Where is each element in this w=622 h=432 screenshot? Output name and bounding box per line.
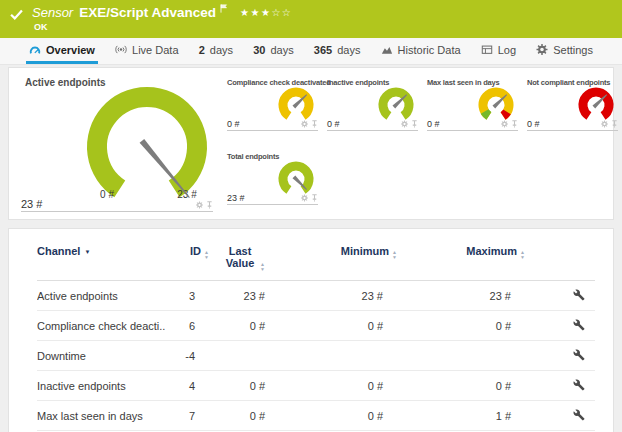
- gauge-tile-primary: Active endpoints 0 # 23 # 23 #: [17, 72, 215, 215]
- tab-2-days[interactable]: 2days: [196, 38, 236, 64]
- ok-check-icon: [10, 8, 23, 21]
- cell-last-value: 23 #: [209, 281, 279, 311]
- cell-channel-settings: [525, 311, 595, 341]
- pin-icon[interactable]: [311, 120, 318, 128]
- sensor-title: EXE/Script Advanced: [79, 5, 216, 20]
- sort-arrows-icon: ▲▼: [204, 250, 209, 259]
- table-header-row: Channel▼ ID▲▼ Last Value▲▼ Minimum▲▼ Max…: [37, 241, 595, 281]
- tab-settings[interactable]: Settings: [533, 38, 596, 64]
- tab-label: Overview: [46, 44, 95, 56]
- priority-stars[interactable]: ★★★☆☆: [240, 5, 292, 20]
- gear-icon[interactable]: [196, 201, 203, 209]
- gauge-tile-compliance-check-deactivated: Compliance check deactivated 0 #: [227, 74, 318, 140]
- gauge-value: 0 #: [227, 119, 240, 129]
- cell-minimum: 23 #: [279, 281, 397, 311]
- wrench-icon[interactable]: [573, 319, 585, 331]
- gear-icon[interactable]: [601, 120, 608, 128]
- tab-number: 365: [314, 44, 332, 56]
- tab-overview[interactable]: Overview: [26, 38, 98, 64]
- gauge-value: 0 #: [327, 119, 340, 129]
- cell-id: -4: [165, 341, 209, 371]
- gauge-value: 0 #: [427, 119, 440, 129]
- column-header-channel[interactable]: Channel▼: [37, 241, 165, 281]
- table-row: Inactive endpoints 4 0 # 0 # 0 #: [37, 371, 595, 401]
- tab-label: Historic Data: [398, 44, 461, 56]
- cell-last-value: 0 #: [209, 311, 279, 341]
- settings-icon: [536, 44, 548, 55]
- cell-maximum: 0 #: [397, 311, 525, 341]
- column-header-id[interactable]: ID▲▼: [165, 241, 209, 281]
- gauge-value: 0 #: [527, 119, 540, 129]
- cell-id: 3: [165, 281, 209, 311]
- tab-label: Settings: [553, 44, 593, 56]
- cell-channel-name: Compliance check deacti...: [37, 311, 165, 341]
- column-header-maximum[interactable]: Maximum▲▼: [397, 241, 525, 281]
- column-header-last-value[interactable]: Last Value▲▼: [209, 241, 279, 281]
- table-row: Max last seen in days 7 0 # 0 # 1 #: [37, 401, 595, 431]
- pin-icon[interactable]: [311, 194, 318, 202]
- cell-minimum: [279, 341, 397, 371]
- wrench-icon[interactable]: [573, 379, 585, 391]
- small-gauge-tiles: Compliance check deactivated 0 # Inactiv…: [227, 72, 618, 215]
- gauge-icon: [29, 44, 41, 55]
- column-header-settings: [525, 241, 595, 281]
- cell-id: 7: [165, 401, 209, 431]
- tab-365-days[interactable]: 365days: [311, 38, 364, 64]
- table-row: Downtime -4: [37, 341, 595, 371]
- cell-maximum: 0 #: [397, 371, 525, 401]
- tab-label: days: [210, 44, 233, 56]
- pin-icon[interactable]: [511, 120, 518, 128]
- channel-table-panel: Channel▼ ID▲▼ Last Value▲▼ Minimum▲▼ Max…: [8, 228, 614, 432]
- gear-icon[interactable]: [401, 120, 408, 128]
- cell-id: 6: [165, 311, 209, 341]
- tab-bar: OverviewLive Data2days30days365daysHisto…: [0, 38, 622, 65]
- tab-label: Live Data: [132, 44, 178, 56]
- gauge-value: 23 #: [21, 198, 42, 210]
- channel-table-body: Active endpoints 3 23 # 23 # 23 # Compli…: [37, 281, 595, 432]
- cell-channel-name: Max last seen in days: [37, 401, 165, 431]
- gauge-tile-not-compliant-endpoints: Not compliant endpoints 0 #: [527, 74, 618, 140]
- sensor-status-badge: OK: [34, 22, 292, 32]
- sensor-header: Sensor EXE/Script Advanced ★★★☆☆ OK: [0, 0, 622, 38]
- column-header-minimum[interactable]: Minimum▲▼: [279, 241, 397, 281]
- cell-last-value: [209, 341, 279, 371]
- pin-icon[interactable]: [206, 201, 213, 209]
- tab-30-days[interactable]: 30days: [250, 38, 297, 64]
- cell-maximum: [397, 341, 525, 371]
- channel-table: Channel▼ ID▲▼ Last Value▲▼ Minimum▲▼ Max…: [37, 241, 595, 432]
- wrench-icon[interactable]: [573, 409, 585, 421]
- cell-last-value: 0 #: [209, 401, 279, 431]
- log-icon: [481, 44, 493, 55]
- gauge-tile-inactive-endpoints: Inactive endpoints 0 #: [327, 74, 418, 140]
- cell-channel-name: Downtime: [37, 341, 165, 371]
- sensor-overview-page: Sensor EXE/Script Advanced ★★★☆☆ OK Over…: [0, 0, 622, 432]
- object-kind-label: Sensor: [32, 5, 73, 20]
- wrench-icon[interactable]: [573, 349, 585, 361]
- tab-label: days: [270, 44, 293, 56]
- tab-log[interactable]: Log: [478, 38, 519, 64]
- cell-minimum: 0 #: [279, 311, 397, 341]
- historic-icon: [381, 44, 393, 55]
- gear-icon[interactable]: [501, 120, 508, 128]
- pin-icon[interactable]: [411, 120, 418, 128]
- cell-last-value: 0 #: [209, 371, 279, 401]
- sort-caret-icon: ▼: [84, 249, 90, 255]
- cell-id: 4: [165, 371, 209, 401]
- tab-label: Log: [498, 44, 516, 56]
- tab-historic-data[interactable]: Historic Data: [378, 38, 464, 64]
- cell-channel-name: Active endpoints: [37, 281, 165, 311]
- cell-maximum: 1 #: [397, 401, 525, 431]
- sort-arrows-icon: ▲▼: [260, 262, 265, 271]
- pin-icon[interactable]: [611, 120, 618, 128]
- priority-flag-icon[interactable]: [220, 4, 228, 13]
- gauge-tile-total-endpoints: Total endpoints 23 #: [227, 148, 318, 214]
- gauge-tile-max-last-seen-in-days: Max last seen in days 0 #: [427, 74, 518, 140]
- cell-channel-settings: [525, 371, 595, 401]
- gear-icon[interactable]: [301, 194, 308, 202]
- signal-icon: [115, 44, 127, 55]
- gear-icon[interactable]: [301, 120, 308, 128]
- cell-channel-settings: [525, 341, 595, 371]
- tab-label: days: [337, 44, 360, 56]
- wrench-icon[interactable]: [573, 289, 585, 301]
- tab-live-data[interactable]: Live Data: [112, 38, 181, 64]
